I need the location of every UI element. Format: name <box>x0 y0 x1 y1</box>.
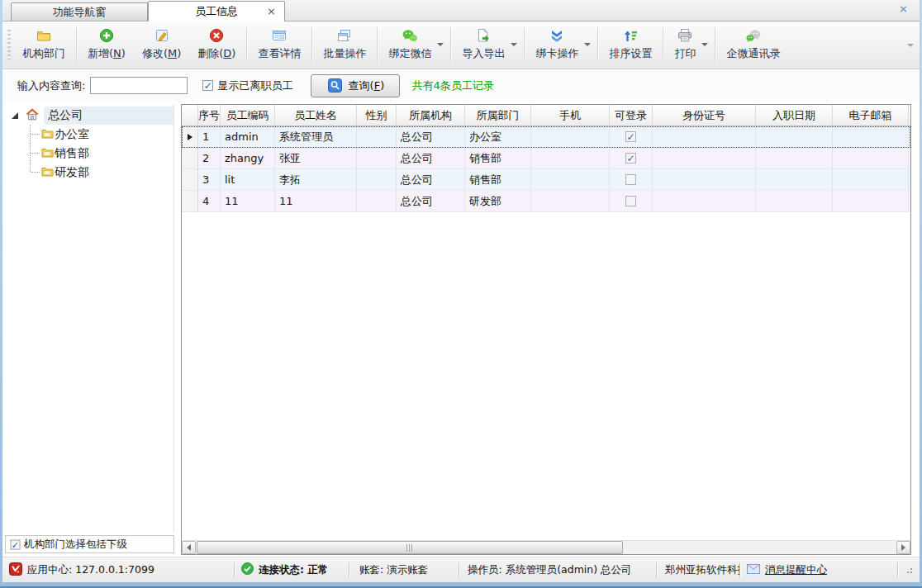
column-header-2[interactable]: 员工编码 <box>221 105 275 126</box>
cell-id_card <box>653 191 756 212</box>
cell-code: admin <box>221 126 275 148</box>
query-button[interactable]: 查询(F) <box>311 74 400 97</box>
table-row-4[interactable]: 41111总公司研发部 <box>182 191 910 212</box>
table-row-1[interactable]: 1admin系统管理员总公司办公室 <box>182 126 910 148</box>
tree-expander-icon[interactable] <box>12 112 18 119</box>
tab-nav-window[interactable]: 功能导航窗 <box>11 2 148 21</box>
toolbar-button-add[interactable]: 新增(N) <box>79 23 134 66</box>
horizontal-scrollbar[interactable] <box>182 540 910 554</box>
toolbar-button-edit[interactable]: 修改(M) <box>134 23 189 66</box>
status-separator <box>897 562 898 577</box>
column-header-9[interactable]: 身份证号 <box>653 105 756 126</box>
resize-grip-icon[interactable] <box>905 566 913 574</box>
detail-icon <box>271 28 288 43</box>
show-resigned-label: 显示已离职员工 <box>217 78 292 93</box>
row-selector[interactable] <box>182 169 198 191</box>
column-header-8[interactable]: 可登录 <box>610 105 653 126</box>
column-header-10[interactable]: 入职日期 <box>756 105 833 126</box>
toolbar-separator <box>76 27 77 62</box>
row-selector[interactable] <box>182 191 198 212</box>
tree-node-label: 办公室 <box>55 127 89 142</box>
tree-node-3[interactable]: 研发部 <box>5 163 173 182</box>
cell-dept: 销售部 <box>465 169 531 191</box>
scrollbar-thumb[interactable] <box>197 541 623 554</box>
toolbar-separator <box>311 27 312 62</box>
toolbar-separator <box>715 27 715 62</box>
message-center[interactable]: 消息提醒中心 <box>740 563 897 577</box>
toolbar-button-org-dept[interactable]: 机构部门 <box>14 23 74 66</box>
tree-node-1[interactable]: 办公室 <box>5 125 173 144</box>
cell-gender <box>357 148 397 169</box>
include-sub-depts-checkbox[interactable] <box>11 539 21 549</box>
can-login-checkbox[interactable] <box>625 174 636 185</box>
account-set-status: 账套: 演示账套 <box>349 563 459 577</box>
toolbar-button-card-ops[interactable]: 绑卡操作 <box>527 23 595 66</box>
search-input[interactable] <box>90 77 188 94</box>
tab-label: 员工信息 <box>195 5 238 17</box>
show-resigned-checkbox[interactable] <box>202 80 213 91</box>
column-header-5[interactable]: 所属机构 <box>397 105 465 126</box>
cell-gender <box>357 191 397 212</box>
row-selector[interactable] <box>182 126 198 148</box>
account-set-text: 账套: 演示账套 <box>359 563 428 577</box>
app-window: 功能导航窗 员工信息 × × 机构部门新增(N)修改(M)删除(D)查看详情批量… <box>0 0 922 588</box>
tree-footer-panel: 机构部门选择包括下级 <box>5 535 174 553</box>
batch-icon <box>336 28 353 43</box>
toolbar-button-label: 修改(M) <box>142 46 181 61</box>
toolbar-separator <box>663 27 663 62</box>
toolbar-button-print[interactable]: 打印 <box>666 23 712 66</box>
column-header-1[interactable]: 序号 <box>198 105 221 126</box>
column-header-11[interactable]: 电子邮箱 <box>833 105 909 126</box>
toolbar-button-label: 绑定微信 <box>388 46 431 61</box>
folder-icon <box>41 166 54 179</box>
toolbar-separator <box>450 27 451 62</box>
scroll-left-icon[interactable] <box>182 541 196 554</box>
toolbar-button-sort-settings[interactable]: 排序设置 <box>601 23 660 66</box>
operator-text: 操作员: 系统管理员(admin) 总公司 <box>468 563 632 577</box>
message-center-link[interactable]: 消息提醒中心 <box>765 563 827 577</box>
tree-node-2[interactable]: 销售部 <box>5 144 173 163</box>
toolbar-separator <box>377 27 378 62</box>
toolbar-button-qywx-contacts[interactable]: 企微通讯录 <box>718 23 788 66</box>
cell-can_login <box>610 191 653 212</box>
toolbar-button-batch-ops[interactable]: 批量操作 <box>315 23 374 66</box>
toolbar-button-delete[interactable]: 删除(D) <box>189 23 244 66</box>
column-header-6[interactable]: 所属部门 <box>465 105 531 126</box>
cell-name: 李拓 <box>275 169 357 191</box>
cell-phone <box>531 148 610 169</box>
can-login-checkbox[interactable] <box>625 131 636 142</box>
toolbar-button-bind-wechat[interactable]: 绑定微信 <box>380 23 448 66</box>
column-header-4[interactable]: 性别 <box>357 105 397 126</box>
tab-employee-info[interactable]: 员工信息 × <box>148 1 285 21</box>
toolbar-button-view-detail[interactable]: 查看详情 <box>250 23 309 66</box>
dropdown-arrow-icon[interactable] <box>511 43 517 46</box>
cell-org: 总公司 <box>397 148 465 169</box>
toolbar-button-label: 打印 <box>674 46 696 61</box>
dropdown-arrow-icon[interactable] <box>584 43 591 46</box>
can-login-checkbox[interactable] <box>625 153 636 164</box>
toolbar-drag-grip[interactable] <box>7 30 11 59</box>
dropdown-arrow-icon[interactable] <box>437 43 444 46</box>
tab-close-icon[interactable]: × <box>267 5 276 17</box>
cell-org: 总公司 <box>397 191 465 212</box>
tabstrip-close-icon[interactable]: × <box>899 2 908 15</box>
dropdown-arrow-icon[interactable] <box>701 43 708 46</box>
cell-gender <box>357 169 397 191</box>
table-row-3[interactable]: 3lit李拓总公司销售部 <box>182 169 910 191</box>
table-row-2[interactable]: 2zhangy张亚总公司销售部 <box>182 148 910 169</box>
toolbar-overflow-icon[interactable] <box>907 44 914 47</box>
toolbar-button-import-export[interactable]: 导入导出 <box>454 23 521 66</box>
column-header-3[interactable]: 员工姓名 <box>275 105 357 126</box>
row-selector[interactable] <box>182 148 198 169</box>
scroll-right-icon[interactable] <box>896 541 910 554</box>
cell-hire_date <box>756 126 833 148</box>
mail-icon <box>747 564 760 576</box>
cell-email <box>833 126 909 148</box>
tab-bar: 功能导航窗 员工信息 × × <box>2 0 920 21</box>
tree-node-root[interactable]: 总公司 <box>5 106 173 125</box>
toolbar-button-label: 机构部门 <box>22 46 65 61</box>
cell-dept: 办公室 <box>465 126 531 148</box>
can-login-checkbox[interactable] <box>625 196 636 206</box>
column-header-7[interactable]: 手机 <box>531 105 610 126</box>
cell-code: zhangy <box>221 148 275 169</box>
